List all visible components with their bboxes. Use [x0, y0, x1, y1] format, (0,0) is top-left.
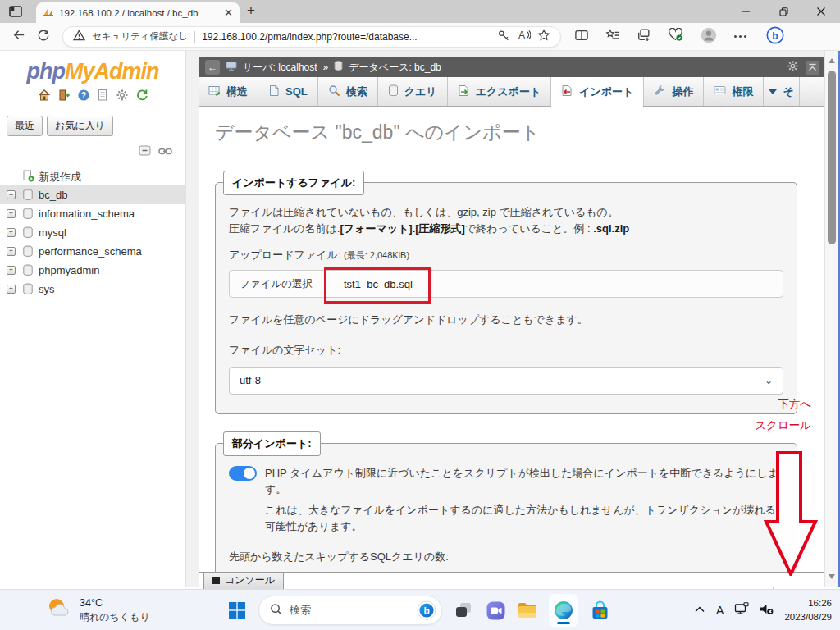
partial-import-fieldset: PHP タイムアウト制限に近づいたことをスクリプトが検出した場合にインポートを中… — [215, 443, 797, 577]
tab-query[interactable]: クエリ — [378, 77, 448, 106]
store-button[interactable] — [589, 600, 610, 621]
browser-tab[interactable]: 192.168.100.2 / localhost / bc_db ✕ — [36, 2, 240, 23]
favorites-button[interactable]: お気に入り — [47, 116, 113, 136]
export-icon — [458, 84, 470, 99]
edge-browser-button[interactable] — [549, 594, 578, 627]
collections-icon[interactable] — [637, 28, 651, 45]
back-nav-icon[interactable]: ← — [205, 60, 220, 75]
refresh-icon[interactable] — [31, 29, 56, 45]
link-icon[interactable] — [158, 144, 172, 159]
bing-chat-icon[interactable]: b — [765, 25, 785, 48]
network-icon[interactable] — [734, 602, 749, 619]
interrupt-note: これは、大きなファイルをインポートするのに適した方法かもしれませんが、トランザク… — [265, 502, 783, 535]
tab-import[interactable]: インポート — [551, 77, 644, 106]
url-text: 192.168.100.2/pma/index.php?route=/datab… — [202, 31, 491, 43]
choose-file-button[interactable]: ファイルの選択 — [240, 277, 313, 291]
operations-wrench-icon — [654, 84, 666, 99]
task-view-button[interactable] — [453, 600, 474, 621]
bing-icon[interactable]: b — [416, 600, 437, 621]
annotation-arrow-down — [763, 451, 819, 579]
restore-button[interactable] — [765, 0, 802, 23]
password-key-icon[interactable] — [497, 29, 510, 45]
search-label: 検索 — [290, 603, 409, 618]
recent-button[interactable]: 最近 — [7, 116, 43, 136]
phpmyadmin-favicon — [43, 6, 54, 21]
tree-item-phpmyadmin[interactable]: + phpmyadmin — [0, 261, 185, 280]
upload-file-label: アップロードファイル: (最長: 2,048KiB) — [229, 248, 783, 262]
console-tab[interactable]: コンソール — [203, 572, 284, 590]
favorite-star-icon[interactable] — [537, 29, 550, 45]
scrollbar-down-arrow[interactable] — [829, 574, 835, 579]
tab-operations[interactable]: 操作 — [644, 77, 704, 106]
home-icon[interactable] — [38, 89, 51, 105]
more-dropdown-icon — [769, 89, 777, 94]
settings-gear-icon[interactable] — [116, 89, 129, 105]
minimize-button[interactable] — [727, 0, 765, 23]
scrollbar-up-arrow[interactable] — [829, 58, 835, 63]
tab-search[interactable]: 検索 — [318, 77, 378, 106]
logout-icon[interactable] — [57, 89, 71, 105]
weather-icon — [46, 596, 72, 625]
charset-select[interactable]: utf-8 ⌄ — [229, 367, 783, 395]
tree-item-sys[interactable]: + sys — [0, 280, 185, 299]
clock-date: 2023/08/29 — [784, 610, 832, 624]
new-tab-button[interactable]: + — [247, 2, 255, 19]
tab-sql[interactable]: SQL — [258, 77, 318, 106]
address-bar[interactable]: セキュリティ保護なし 192.168.100.2/pma/index.php?r… — [62, 26, 561, 48]
scroll-to-top-icon[interactable] — [806, 61, 819, 75]
tree-item-new-database[interactable]: 新規作成 — [0, 167, 185, 185]
expand-expander[interactable]: + — [7, 266, 16, 275]
interrupt-toggle[interactable] — [229, 466, 257, 481]
favorites-hub-icon[interactable] — [605, 29, 620, 45]
more-options-icon[interactable] — [734, 35, 749, 39]
taskbar-clock[interactable]: 16:26 2023/08/29 — [784, 596, 832, 625]
expand-expander[interactable]: + — [7, 228, 16, 237]
reload-nav-icon[interactable] — [135, 89, 148, 105]
not-secure-warning-icon[interactable] — [73, 30, 85, 44]
tree-item-bc_db[interactable]: − bc_db — [0, 185, 185, 204]
tab-privileges[interactable]: 権限 — [704, 77, 764, 106]
expand-expander[interactable]: + — [7, 247, 16, 256]
tab-export[interactable]: エクスポート — [448, 77, 552, 106]
ime-indicator[interactable]: A — [716, 604, 724, 617]
tree-item-mysql[interactable]: + mysql — [0, 223, 185, 242]
partial-fieldset-legend: 部分インポート: — [223, 431, 321, 456]
browser-essentials-icon[interactable] — [668, 28, 683, 45]
weather-widget[interactable]: 34°C 晴れのちくもり — [46, 596, 150, 625]
page-scrollbar[interactable] — [824, 51, 839, 587]
help-icon[interactable]: ? — [77, 89, 90, 105]
split-screen-icon[interactable] — [574, 29, 589, 45]
logo-php: php — [27, 59, 65, 84]
profile-avatar[interactable] — [700, 26, 718, 48]
close-button[interactable] — [802, 0, 840, 23]
file-explorer-button[interactable] — [517, 600, 538, 621]
breadcrumb-database[interactable]: データベース: bc_db — [349, 61, 441, 75]
start-button[interactable] — [226, 600, 248, 621]
tab-close-icon[interactable]: ✕ — [224, 7, 233, 18]
tree-item-information_schema[interactable]: + information_schema — [0, 204, 185, 223]
file-input[interactable]: ファイルの選択 tst1_bc_db.sql — [229, 270, 783, 298]
sidebar-scrollbar-track[interactable] — [185, 51, 199, 587]
expand-expander[interactable]: + — [7, 209, 16, 218]
tab-structure[interactable]: 構造 — [199, 77, 258, 106]
hidden-icons-chevron[interactable] — [694, 603, 705, 618]
tree-item-performance_schema[interactable]: + performance_schema — [0, 242, 185, 261]
page-settings-gear-icon[interactable] — [787, 60, 799, 75]
read-aloud-icon[interactable]: A — [517, 29, 531, 44]
tab-more[interactable]: そ — [764, 77, 799, 106]
volume-muted-icon[interactable] — [760, 603, 774, 619]
expand-expander[interactable]: + — [7, 285, 16, 294]
collapse-all-icon[interactable] — [139, 144, 151, 159]
collapse-expander[interactable]: − — [7, 190, 16, 199]
privileges-icon — [714, 84, 726, 98]
interrupt-toggle-label: PHP タイムアウト制限に近づいたことをスクリプトが検出した場合にインポートを中… — [265, 465, 783, 498]
scrollbar-thumb[interactable] — [828, 71, 836, 244]
docs-icon[interactable] — [97, 89, 109, 105]
chat-button[interactable] — [485, 600, 506, 621]
breadcrumb-server[interactable]: サーバ: localhost — [243, 61, 317, 75]
back-icon[interactable] — [7, 28, 31, 45]
security-label: セキュリティ保護なし — [92, 30, 188, 43]
server-icon — [226, 61, 237, 74]
tab-actions-menu-icon[interactable] — [8, 4, 23, 19]
taskbar-search-box[interactable]: 検索 b — [258, 596, 442, 625]
